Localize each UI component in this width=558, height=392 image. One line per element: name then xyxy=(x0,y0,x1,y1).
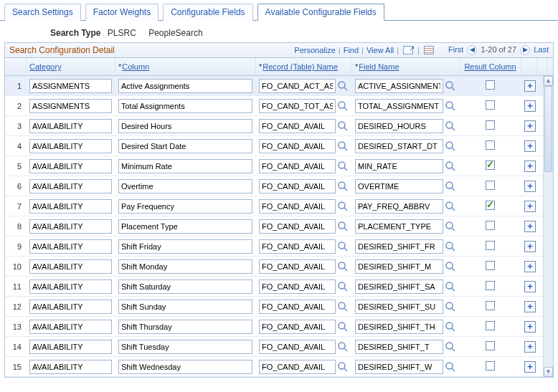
category-input[interactable] xyxy=(29,320,112,334)
record-input[interactable] xyxy=(259,300,336,314)
result-checkbox[interactable] xyxy=(486,241,495,250)
record-input[interactable] xyxy=(259,99,336,113)
column-input[interactable] xyxy=(118,119,252,133)
field-input[interactable] xyxy=(355,259,443,274)
field-input[interactable] xyxy=(355,219,443,234)
result-checkbox[interactable] xyxy=(486,161,495,170)
category-input[interactable] xyxy=(29,139,112,153)
add-row-button[interactable]: + xyxy=(524,161,536,172)
lookup-icon[interactable] xyxy=(337,161,349,172)
record-input[interactable] xyxy=(259,279,336,294)
last-link[interactable]: Last xyxy=(534,45,549,54)
category-input[interactable] xyxy=(29,279,112,294)
category-input[interactable] xyxy=(29,119,112,133)
result-checkbox[interactable] xyxy=(486,201,495,210)
lookup-icon[interactable] xyxy=(445,201,456,212)
first-link[interactable]: First xyxy=(448,45,463,54)
result-checkbox[interactable] xyxy=(486,140,495,150)
prev-page-button[interactable]: ◀ xyxy=(467,45,477,55)
field-input[interactable] xyxy=(355,119,443,133)
category-input[interactable] xyxy=(29,79,112,93)
lookup-icon[interactable] xyxy=(337,261,349,272)
add-row-button[interactable]: + xyxy=(524,201,536,212)
column-input[interactable] xyxy=(118,239,252,254)
record-input[interactable] xyxy=(259,119,336,133)
lookup-icon[interactable] xyxy=(337,120,349,132)
field-input[interactable] xyxy=(355,99,443,113)
lookup-icon[interactable] xyxy=(337,100,349,112)
lookup-icon[interactable] xyxy=(445,361,456,373)
lookup-icon[interactable] xyxy=(337,140,349,152)
add-row-button[interactable]: + xyxy=(524,140,536,152)
field-input[interactable] xyxy=(355,239,443,254)
column-input[interactable] xyxy=(118,179,252,193)
lookup-icon[interactable] xyxy=(445,341,456,353)
result-checkbox[interactable] xyxy=(486,100,495,110)
add-row-button[interactable]: + xyxy=(524,241,536,252)
field-input[interactable] xyxy=(355,179,443,193)
column-input[interactable] xyxy=(118,360,252,374)
result-checkbox[interactable] xyxy=(486,341,495,350)
col-header-column[interactable]: Column xyxy=(115,58,256,75)
field-input[interactable] xyxy=(355,139,443,153)
lookup-icon[interactable] xyxy=(337,361,349,373)
lookup-icon[interactable] xyxy=(337,80,349,92)
lookup-icon[interactable] xyxy=(445,140,456,152)
column-input[interactable] xyxy=(118,99,252,113)
tab-available-configurable-fields[interactable]: Available Configurable Fields xyxy=(257,4,384,21)
personalize-link[interactable]: Personalize xyxy=(294,46,335,54)
record-input[interactable] xyxy=(259,360,336,374)
result-checkbox[interactable] xyxy=(486,80,495,90)
category-input[interactable] xyxy=(29,259,112,274)
add-row-button[interactable]: + xyxy=(524,80,536,92)
record-input[interactable] xyxy=(259,159,336,173)
field-input[interactable] xyxy=(355,279,443,294)
field-input[interactable] xyxy=(355,159,443,173)
record-input[interactable] xyxy=(259,219,336,234)
lookup-icon[interactable] xyxy=(445,301,456,312)
column-input[interactable] xyxy=(118,259,252,274)
result-checkbox[interactable] xyxy=(486,221,495,230)
scroll-thumb[interactable] xyxy=(544,86,552,172)
download-icon[interactable] xyxy=(424,46,434,54)
category-input[interactable] xyxy=(29,239,112,254)
tab-configurable-fields[interactable]: Configurable Fields xyxy=(163,4,252,21)
record-input[interactable] xyxy=(259,340,336,354)
category-input[interactable] xyxy=(29,179,112,193)
result-checkbox[interactable] xyxy=(486,281,495,290)
lookup-icon[interactable] xyxy=(337,201,349,212)
scroll-up-button[interactable]: ▲ xyxy=(544,76,553,86)
lookup-icon[interactable] xyxy=(337,241,349,252)
result-checkbox[interactable] xyxy=(486,361,495,371)
record-input[interactable] xyxy=(259,139,336,153)
result-checkbox[interactable] xyxy=(486,181,495,190)
add-row-button[interactable]: + xyxy=(524,120,536,132)
tab-factor-weights[interactable]: Factor Weights xyxy=(85,4,159,21)
col-header-field[interactable]: Field Name xyxy=(352,58,460,75)
column-input[interactable] xyxy=(118,300,252,314)
lookup-icon[interactable] xyxy=(445,181,456,192)
category-input[interactable] xyxy=(29,99,112,113)
record-input[interactable] xyxy=(259,239,336,254)
lookup-icon[interactable] xyxy=(445,221,456,232)
field-input[interactable] xyxy=(355,300,443,314)
column-input[interactable] xyxy=(118,79,252,93)
record-input[interactable] xyxy=(259,259,336,274)
grid-scrollbar[interactable]: ▲ ▼ xyxy=(543,76,553,377)
lookup-icon[interactable] xyxy=(445,281,456,292)
lookup-icon[interactable] xyxy=(445,261,456,272)
add-row-button[interactable]: + xyxy=(524,321,536,333)
add-row-button[interactable]: + xyxy=(524,100,536,112)
category-input[interactable] xyxy=(29,219,112,234)
column-input[interactable] xyxy=(118,219,252,234)
category-input[interactable] xyxy=(29,340,112,354)
field-input[interactable] xyxy=(355,320,443,334)
record-input[interactable] xyxy=(259,199,336,214)
field-input[interactable] xyxy=(355,79,443,93)
lookup-icon[interactable] xyxy=(445,321,456,333)
column-input[interactable] xyxy=(118,279,252,294)
category-input[interactable] xyxy=(29,159,112,173)
col-header-record[interactable]: Record (Table) Name xyxy=(256,58,352,75)
tab-search-settings[interactable]: Search Settings xyxy=(4,4,81,21)
add-row-button[interactable]: + xyxy=(524,301,536,312)
